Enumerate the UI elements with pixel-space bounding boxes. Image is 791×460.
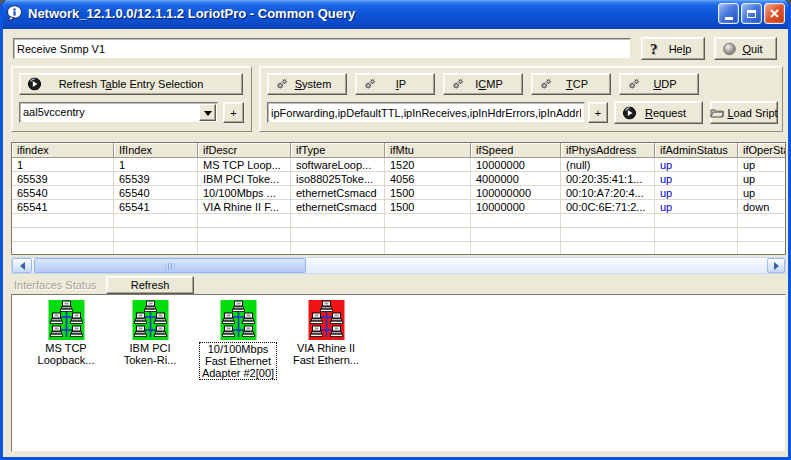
- close-icon: [769, 8, 780, 19]
- cell[interactable]: IBM PCI Toke...: [198, 172, 291, 186]
- cell[interactable]: 1520: [385, 158, 471, 172]
- cell[interactable]: 10000000: [471, 200, 561, 214]
- cell[interactable]: 4056: [385, 172, 471, 186]
- cell[interactable]: up: [655, 172, 738, 186]
- minimize-icon: [725, 17, 733, 20]
- quit-button-label: Quit: [742, 43, 762, 55]
- request-button[interactable]: Request: [614, 101, 703, 124]
- quit-button[interactable]: Quit: [714, 37, 777, 60]
- titlebar: Network_12.1.0.0/12.1.1.2 LoriotPro - Co…: [0, 0, 791, 29]
- table-header-row: ifindex IfIndex ifDescr ifType ifMtu ifS…: [12, 143, 786, 158]
- cell[interactable]: up: [738, 172, 786, 186]
- udp-button[interactable]: UDP: [619, 73, 699, 95]
- cell[interactable]: up: [738, 158, 786, 172]
- cell[interactable]: VIA Rhine II F...: [198, 200, 291, 214]
- cell[interactable]: 65541: [114, 200, 198, 214]
- window-title: Network_12.1.0.0/12.1.1.2 LoriotPro - Co…: [28, 6, 716, 21]
- cell[interactable]: 1: [114, 158, 198, 172]
- cell[interactable]: down: [738, 200, 786, 214]
- cell[interactable]: ethernetCsmacd: [291, 200, 385, 214]
- cell[interactable]: 4000000: [471, 172, 561, 186]
- cell[interactable]: 100000000: [471, 186, 561, 200]
- column-header-ifAdminStatus[interactable]: ifAdminStatus: [655, 143, 738, 158]
- refresh-status-label: Refresh: [131, 279, 170, 291]
- table-entry-combobox[interactable]: aal5vccentry: [19, 102, 218, 123]
- cell[interactable]: 65540: [12, 186, 114, 200]
- help-button[interactable]: ? Help: [641, 37, 705, 60]
- ip-button[interactable]: IP: [355, 73, 435, 95]
- icmp-button[interactable]: ICMP: [443, 73, 523, 95]
- table-empty-row: [12, 228, 786, 242]
- cell[interactable]: 10000000: [471, 158, 561, 172]
- scrollbar-thumb[interactable]: [34, 258, 306, 273]
- table-entry-combobox-value: aal5vccentry: [23, 106, 85, 118]
- device-item[interactable]: 10/100MbpsFast EthernetAdapter #2[00]: [192, 300, 284, 380]
- add-oid-button[interactable]: +: [588, 102, 608, 123]
- play-circle-icon: [28, 78, 41, 91]
- table-empty-row: [12, 242, 786, 255]
- load-script-button[interactable]: Load Sript: [710, 101, 778, 124]
- system-button[interactable]: System: [267, 73, 347, 95]
- column-header-ifSpeed[interactable]: ifSpeed: [471, 143, 561, 158]
- cell[interactable]: 1: [12, 158, 114, 172]
- cell[interactable]: up: [655, 186, 738, 200]
- cell[interactable]: MS TCP Loop...: [198, 158, 291, 172]
- cell[interactable]: 1500: [385, 186, 471, 200]
- scroll-left-button[interactable]: [12, 258, 32, 273]
- cell[interactable]: 10/100Mbps ...: [198, 186, 291, 200]
- sphere-icon: [723, 42, 736, 55]
- info-balloon-icon: [6, 5, 23, 22]
- cell[interactable]: (null): [561, 158, 655, 172]
- cell[interactable]: 00:10:A7:20:4...: [561, 186, 655, 200]
- chevron-left-icon: [20, 262, 25, 270]
- network-topology-icon: [308, 300, 345, 340]
- icmp-button-label: ICMP: [475, 78, 503, 90]
- column-header-ifPhysAddress[interactable]: ifPhysAddress: [561, 143, 655, 158]
- cell[interactable]: 00:20:35:41:1...: [561, 172, 655, 186]
- dropdown-arrow-button[interactable]: [199, 104, 216, 121]
- cell[interactable]: softwareLoop...: [291, 158, 385, 172]
- maximize-button[interactable]: [741, 3, 762, 24]
- device-label: IBM PCIToken-Ri...: [124, 342, 177, 366]
- column-header-ifindex[interactable]: ifindex: [12, 143, 114, 158]
- column-header-ifType[interactable]: ifType: [291, 143, 385, 158]
- cell[interactable]: up: [738, 186, 786, 200]
- column-header-ifDescr[interactable]: ifDescr: [198, 143, 291, 158]
- column-header-ifOperStatus[interactable]: ifOperStatus: [738, 143, 786, 158]
- cell[interactable]: 65539: [114, 172, 198, 186]
- chevron-right-icon: [774, 262, 779, 270]
- table-row[interactable]: 65540 65540 10/100Mbps ... ethernetCsmac…: [12, 186, 786, 200]
- close-button[interactable]: [764, 3, 785, 24]
- table-row[interactable]: 65539 65539 IBM PCI Toke... iso88025Toke…: [12, 172, 786, 186]
- play-circle-icon: [623, 106, 636, 119]
- cell[interactable]: up: [655, 200, 738, 214]
- load-script-label: Load Sript: [727, 107, 777, 119]
- table-row[interactable]: 65541 65541 VIA Rhine II F... ethernetCs…: [12, 200, 786, 214]
- refresh-table-entry-selection-button[interactable]: Refresh Table Entry Selection: [19, 73, 243, 95]
- add-table-entry-button[interactable]: +: [223, 102, 244, 123]
- table-row[interactable]: 1 1 MS TCP Loop... softwareLoop... 1520 …: [12, 158, 786, 172]
- device-item[interactable]: IBM PCIToken-Ri...: [108, 300, 192, 366]
- cell[interactable]: 00:0C:6E:71:2...: [561, 200, 655, 214]
- column-header-ifMtu[interactable]: ifMtu: [385, 143, 471, 158]
- cell[interactable]: up: [655, 158, 738, 172]
- request-button-label: Request: [645, 107, 686, 119]
- gears-icon: [364, 78, 376, 90]
- horizontal-scrollbar[interactable]: [11, 257, 786, 274]
- cell[interactable]: 65541: [12, 200, 114, 214]
- minimize-button[interactable]: [718, 3, 739, 24]
- cell[interactable]: 65539: [12, 172, 114, 186]
- refresh-status-button[interactable]: Refresh: [106, 276, 194, 294]
- column-header-IfIndex[interactable]: IfIndex: [114, 143, 198, 158]
- cell[interactable]: iso88025Toke...: [291, 172, 385, 186]
- device-item[interactable]: VIA Rhine IIFast Ethern...: [284, 300, 368, 366]
- tcp-button[interactable]: TCP: [531, 73, 611, 95]
- cell[interactable]: ethernetCsmacd: [291, 186, 385, 200]
- device-item[interactable]: MS TCPLoopback...: [24, 300, 108, 366]
- query-input[interactable]: [13, 38, 631, 59]
- oid-input[interactable]: [267, 102, 585, 123]
- refresh-table-entry-selection-label: Refresh Table Entry Selection: [59, 78, 204, 90]
- cell[interactable]: 1500: [385, 200, 471, 214]
- cell[interactable]: 65540: [114, 186, 198, 200]
- scroll-right-button[interactable]: [767, 258, 785, 273]
